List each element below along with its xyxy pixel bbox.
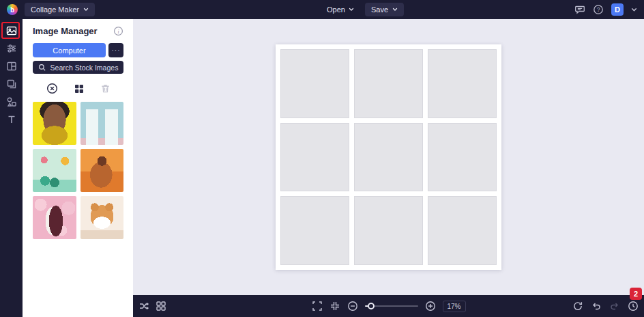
thumbnail-grid	[33, 102, 123, 239]
add-to-collage-button[interactable]	[74, 83, 85, 94]
thumbnail-wedding-couple-pink[interactable]	[33, 196, 76, 239]
zoom-slider[interactable]	[364, 305, 418, 307]
save-label: Save	[371, 5, 388, 14]
account-menu-chevron[interactable]	[631, 7, 637, 13]
shapes-icon	[6, 96, 17, 107]
collage-cell[interactable]	[280, 196, 349, 265]
thumbnail-portrait-woman-yellow[interactable]	[33, 102, 76, 145]
thumbnail-shiba-dog[interactable]	[80, 196, 124, 239]
save-button[interactable]: Save	[365, 3, 404, 16]
delete-images-button[interactable]	[100, 83, 111, 94]
redo-button[interactable]	[609, 301, 620, 312]
collage-maker-menu-button[interactable]: Collage Maker	[25, 3, 95, 16]
layouts-icon	[6, 61, 17, 72]
feedback-button[interactable]	[574, 4, 585, 15]
zoom-out-button[interactable]	[347, 301, 357, 312]
befunky-logo[interactable]: b	[7, 4, 18, 15]
deselect-all-button[interactable]	[46, 83, 58, 94]
zoom-in-button[interactable]	[424, 301, 435, 312]
rail-item-layouts[interactable]	[3, 61, 20, 72]
rail-item-graphics[interactable]	[3, 96, 20, 107]
collage-cell[interactable]	[354, 196, 423, 265]
deselect-icon	[46, 83, 58, 94]
fit-screen-icon	[329, 301, 340, 312]
panel-info-button[interactable]: i	[113, 26, 123, 36]
collage-cell[interactable]	[428, 123, 497, 192]
shuffle-images-button[interactable]	[138, 301, 149, 312]
chevron-down-icon	[83, 7, 89, 12]
upload-row: Computer ···	[33, 43, 123, 57]
thumbnail-man-sitting-orange[interactable]	[80, 149, 124, 192]
help-icon: ?	[593, 4, 604, 15]
undo-button[interactable]	[591, 301, 602, 312]
history-controls	[572, 301, 639, 312]
collage-maker-app: b Collage Maker Open Save ? D	[0, 0, 644, 317]
collage-cell[interactable]	[354, 49, 423, 118]
chevron-down-icon	[631, 7, 637, 13]
rail-item-backgrounds[interactable]	[3, 79, 20, 89]
collage-cell[interactable]	[428, 196, 497, 265]
zoom-percent-label[interactable]: 17%	[442, 301, 465, 312]
history-button[interactable]	[628, 301, 639, 312]
collage-cell[interactable]	[428, 49, 497, 118]
panel-header: Image Manager i	[33, 26, 123, 36]
zoom-slider-handle[interactable]	[367, 303, 374, 309]
fit-to-screen-button[interactable]	[329, 301, 340, 312]
comment-icon	[574, 4, 585, 15]
shuffle-icon	[138, 301, 149, 312]
info-icon: i	[113, 26, 123, 36]
thumbnail-pastel-blue-doors[interactable]	[80, 102, 124, 145]
rail-item-text[interactable]	[3, 114, 20, 125]
svg-text:i: i	[117, 29, 119, 35]
collage-cell[interactable]	[354, 123, 423, 192]
trash-icon	[100, 83, 111, 94]
search-stock-images-label: Search Stock Images	[50, 64, 119, 72]
svg-text:?: ?	[597, 6, 600, 13]
more-sources-button[interactable]: ···	[108, 43, 123, 57]
collage-grid-icon	[74, 83, 85, 94]
left-tool-rail	[0, 19, 23, 317]
open-label: Open	[327, 5, 345, 14]
collage-page	[276, 44, 501, 270]
fullscreen-icon	[311, 301, 322, 312]
history-icon	[628, 301, 639, 312]
open-save-group: Open Save	[327, 3, 404, 16]
body-row: Image Manager i Computer ··· Search Stoc…	[0, 19, 644, 317]
rail-item-image-manager[interactable]	[3, 25, 20, 36]
search-stock-images-button[interactable]: Search Stock Images	[33, 61, 123, 74]
change-layout-button[interactable]	[156, 301, 166, 312]
collage-maker-label: Collage Maker	[31, 5, 79, 14]
canvas-region: 17% 2	[133, 19, 644, 317]
reset-button[interactable]	[572, 301, 583, 312]
image-manager-panel: Image Manager i Computer ··· Search Stoc…	[23, 19, 133, 317]
stack-icon	[6, 79, 17, 89]
fullscreen-button[interactable]	[311, 301, 322, 312]
undo-icon	[591, 301, 602, 312]
collage-cell[interactable]	[280, 123, 349, 192]
help-button[interactable]: ?	[593, 4, 604, 15]
thumbnail-bicycle-illustration[interactable]	[33, 149, 76, 192]
layout-grid-icon	[156, 301, 166, 312]
canvas-workspace[interactable]	[133, 19, 644, 295]
avatar: D	[611, 3, 624, 16]
top-bar: b Collage Maker Open Save ? D	[0, 0, 644, 19]
history-count-badge: 2	[630, 288, 642, 300]
reset-icon	[572, 301, 583, 312]
sliders-icon	[6, 43, 17, 54]
chevron-down-icon	[349, 7, 354, 12]
image-manager-icon	[6, 25, 17, 36]
computer-upload-button[interactable]: Computer	[33, 43, 106, 57]
zoom-controls: 17%	[311, 301, 465, 312]
rail-item-edit-effects[interactable]	[3, 43, 20, 54]
open-button[interactable]: Open	[327, 5, 354, 14]
redo-icon	[609, 301, 620, 312]
topbar-icon-group: ? D	[574, 3, 637, 16]
thumbnail-tools-row	[33, 83, 123, 94]
bottom-left-tools	[138, 301, 166, 312]
account-button[interactable]: D	[611, 3, 624, 16]
chevron-down-icon	[392, 7, 398, 12]
collage-cell[interactable]	[280, 49, 349, 118]
bottom-toolbar: 17% 2	[133, 295, 644, 317]
text-icon	[6, 114, 17, 125]
panel-title: Image Manager	[33, 26, 98, 36]
